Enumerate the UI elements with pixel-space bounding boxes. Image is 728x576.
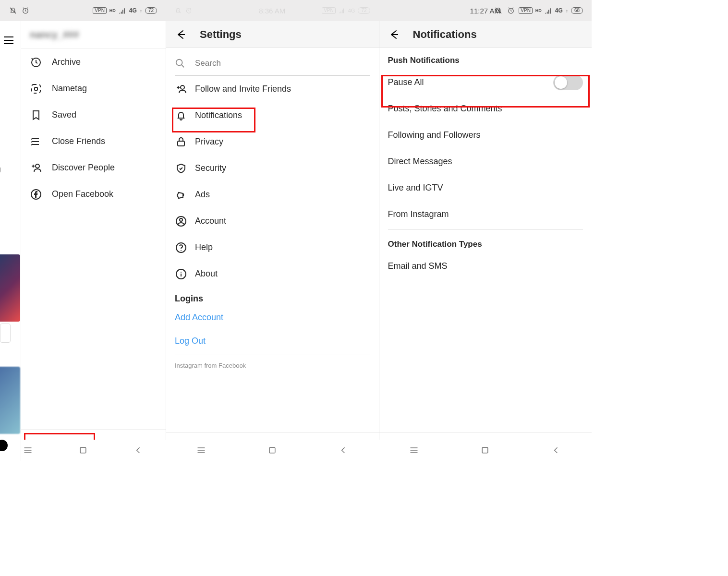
settings-item-ads[interactable]: Ads	[166, 181, 379, 208]
settings-item-account[interactable]: Account	[166, 208, 379, 234]
battery-badge: 68	[571, 7, 583, 14]
panel-notifications: Notifications Push Notifications Pause A…	[379, 21, 592, 461]
settings-label: Ads	[195, 190, 210, 200]
clock-ghost: 8:36 AM	[259, 7, 285, 15]
recents-icon[interactable]	[196, 445, 206, 455]
alarm-icon	[21, 6, 30, 15]
menu-label: Nametag	[52, 84, 87, 94]
recents-icon[interactable]	[23, 445, 33, 455]
push-header: Push Notifications	[379, 48, 592, 69]
settings-label: Account	[195, 216, 226, 226]
megaphone-icon	[175, 189, 187, 201]
pause-all-label: Pause All	[388, 77, 424, 87]
pause-all-toggle[interactable]	[553, 75, 583, 90]
profile-icon[interactable]	[0, 440, 8, 451]
story-thumb[interactable]	[0, 367, 20, 434]
search-row[interactable]	[175, 51, 370, 76]
menu-item-open-facebook[interactable]: Open Facebook	[21, 181, 166, 207]
search-icon	[175, 58, 185, 69]
cropped-tab-text: g	[0, 165, 1, 173]
status-bar-left: VPN HD 4G ↕ 72	[0, 0, 166, 21]
notif-item-following[interactable]: Following and Followers	[379, 122, 592, 148]
help-icon	[175, 241, 187, 254]
status-bar-mid: 8:36 AM VPN 4G 72	[166, 0, 379, 21]
back-icon[interactable]	[551, 445, 561, 455]
settings-item-about[interactable]: About	[166, 261, 379, 287]
notif-label: From Instagram	[388, 209, 449, 219]
menu-label: Saved	[52, 110, 76, 120]
logins-header: Logins	[166, 287, 379, 306]
other-header: Other Notification Types	[379, 232, 592, 253]
back-button[interactable]	[387, 29, 400, 40]
back-icon[interactable]	[339, 445, 348, 455]
home-icon[interactable]	[480, 445, 490, 455]
menu-item-discover[interactable]: Discover People	[21, 155, 166, 181]
notifications-header: Notifications	[379, 21, 592, 48]
system-nav	[166, 440, 379, 461]
system-nav	[379, 440, 592, 461]
menu-item-saved[interactable]: Saved	[21, 102, 166, 128]
vpn-badge: VPN	[93, 7, 107, 14]
settings-label: Help	[195, 242, 213, 252]
menu-item-close-friends[interactable]: Close Friends	[21, 128, 166, 155]
menu-item-archive[interactable]: Archive	[21, 49, 166, 75]
signal-icon	[119, 7, 126, 14]
notif-item-dm[interactable]: Direct Messages	[379, 148, 592, 175]
network-label: 4G	[555, 7, 563, 14]
back-icon[interactable]	[133, 445, 143, 455]
hd-badge: HD	[109, 8, 116, 13]
shield-icon	[175, 162, 187, 175]
signal-icon	[545, 7, 552, 14]
settings-label: Notifications	[195, 110, 242, 120]
notif-item-posts[interactable]: Posts, Stories and Comments	[379, 96, 592, 122]
username-header[interactable]: nancy_###	[21, 21, 166, 49]
settings-item-notifications[interactable]: Notifications	[166, 102, 379, 129]
settings-label: About	[195, 269, 218, 279]
notif-item-email-sms[interactable]: Email and SMS	[379, 253, 592, 279]
back-button[interactable]	[174, 29, 186, 40]
settings-item-follow[interactable]: Follow and Invite Friends	[166, 76, 379, 102]
log-out-link[interactable]: Log Out	[166, 329, 379, 353]
settings-item-privacy[interactable]: Privacy	[166, 129, 379, 155]
menu-label: Open Facebook	[52, 189, 113, 199]
hd-badge: HD	[535, 8, 542, 13]
page-title: Notifications	[413, 28, 477, 41]
search-input[interactable]	[195, 59, 370, 68]
notif-item-from-instagram[interactable]: From Instagram	[379, 201, 592, 228]
notif-label: Following and Followers	[388, 130, 481, 140]
settings-header: Settings	[166, 21, 379, 48]
menu-label: Archive	[52, 57, 81, 67]
story-thumb[interactable]	[0, 254, 20, 322]
home-icon[interactable]	[267, 445, 277, 455]
list-icon	[30, 135, 42, 148]
add-account-link[interactable]: Add Account	[166, 306, 379, 329]
settings-label: Security	[195, 163, 226, 173]
menu-label: Close Friends	[52, 136, 105, 146]
story-thumb[interactable]	[0, 324, 11, 343]
page-title: Settings	[200, 28, 242, 41]
system-nav	[0, 440, 166, 461]
add-person-icon	[175, 83, 187, 96]
pause-all-row[interactable]: Pause All	[379, 69, 592, 96]
bookmark-icon	[30, 109, 42, 121]
panel-profile-menu: g nancy_### Archive Nametag Saved Close …	[0, 21, 166, 461]
notif-label: Posts, Stories and Comments	[388, 104, 502, 114]
notif-label: Live and IGTV	[388, 183, 443, 193]
info-icon	[175, 268, 187, 280]
hamburger-icon[interactable]	[2, 35, 15, 46]
settings-label: Privacy	[195, 137, 223, 147]
dnd-icon	[9, 6, 17, 15]
panel-settings: Settings Follow and Invite Friends Notif…	[166, 21, 379, 461]
settings-item-security[interactable]: Security	[166, 155, 379, 181]
recents-icon[interactable]	[409, 445, 419, 455]
menu-item-nametag[interactable]: Nametag	[21, 75, 166, 102]
settings-item-help[interactable]: Help	[166, 234, 379, 261]
settings-label: Follow and Invite Friends	[195, 84, 291, 94]
archive-icon	[30, 56, 42, 69]
divider	[175, 355, 370, 355]
notif-label: Email and SMS	[388, 261, 448, 271]
cropped-left-edge: g	[0, 21, 21, 461]
notif-item-live[interactable]: Live and IGTV	[379, 175, 592, 201]
battery-badge: 72	[145, 7, 157, 14]
home-icon[interactable]	[78, 445, 88, 455]
